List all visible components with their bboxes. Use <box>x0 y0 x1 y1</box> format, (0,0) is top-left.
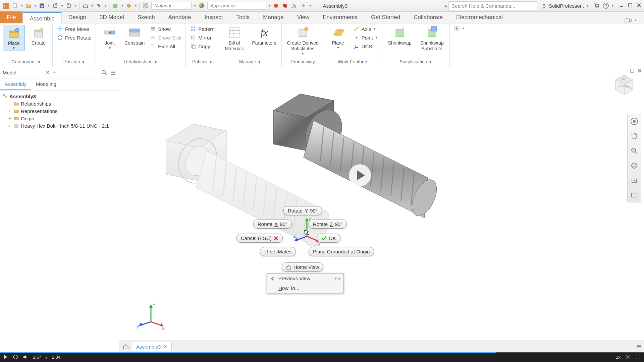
color-picker-icon[interactable] <box>272 2 280 10</box>
home-icon[interactable] <box>82 2 90 10</box>
shrinkwrap-button[interactable]: Shrinkwrap <box>385 25 415 47</box>
place-grounded-button[interactable]: Place Grounded at Origin <box>309 247 374 256</box>
joint-button[interactable]: Joint▼ <box>99 25 121 50</box>
axis-button[interactable]: Axis ▼ <box>352 25 379 33</box>
tab-view[interactable]: View <box>290 11 316 23</box>
tab-sketch[interactable]: Sketch <box>131 11 162 23</box>
tab-get-started[interactable]: Get Started <box>364 11 407 23</box>
playback-speed[interactable]: 1x <box>616 355 621 360</box>
hatch-icon[interactable] <box>142 2 150 10</box>
dropdown-arrow-icon[interactable]: ▼ <box>104 4 107 7</box>
file-tab[interactable]: File <box>0 11 22 23</box>
user-account[interactable]: SolidProfessor..▼ <box>541 3 589 9</box>
tab-design[interactable]: Design <box>62 11 93 23</box>
browser-tab-modeling[interactable]: Modeling <box>31 78 61 90</box>
close-tab-button[interactable]: ✕ <box>163 344 167 349</box>
view-cube[interactable]: FRONT RIGHT TOP <box>609 70 636 97</box>
3d-viewport[interactable]: Y X Z Rotate Y 90° Rotate X 90° Rotate Z… <box>119 67 644 352</box>
free-move-button[interactable]: Free Move <box>55 25 93 33</box>
show-button[interactable]: Show <box>148 25 183 33</box>
tab-tools[interactable]: Tools <box>230 11 257 23</box>
hamburger-icon[interactable] <box>110 70 116 76</box>
color-wheel-icon[interactable] <box>198 2 206 10</box>
new-icon[interactable] <box>11 2 19 10</box>
tree-node-relationships[interactable]: Relationships <box>0 100 119 107</box>
parameters-button[interactable]: fx Parameters <box>250 25 279 47</box>
previous-view-button[interactable]: Previous ViewF5 <box>267 274 343 283</box>
browser-tab-assembly[interactable]: Assembly <box>0 78 31 90</box>
add-browser-tab-button[interactable]: + <box>52 69 56 76</box>
tab-3d-model[interactable]: 3D Model <box>93 11 131 23</box>
ok-button[interactable]: OK <box>317 234 340 243</box>
document-tab[interactable]: Assembly3 ✕ <box>132 342 172 351</box>
fx-icon[interactable]: fx <box>290 2 298 10</box>
dropdown-arrow-icon[interactable]: ▼ <box>634 19 637 22</box>
dropdown-arrow-icon[interactable]: ▼ <box>20 4 23 7</box>
rewind-button[interactable] <box>13 355 18 359</box>
tab-collaborate[interactable]: Collaborate <box>407 11 449 23</box>
tree-node-part[interactable]: + Heavy Hex Bolt - Inch 5/8-11 UNC - 2:1 <box>0 122 119 129</box>
redo-icon[interactable] <box>65 2 73 10</box>
orbit-button[interactable] <box>629 161 639 171</box>
tab-annotate[interactable]: Annotate <box>162 11 198 23</box>
search-icon[interactable] <box>101 70 107 76</box>
undo-icon[interactable] <box>51 2 59 10</box>
ribbon-camera-icon[interactable] <box>625 18 632 23</box>
dropdown-arrow-icon[interactable]: ▼ <box>309 4 312 7</box>
material-combo[interactable]: Material <box>151 2 192 10</box>
close-browser-button[interactable]: ✕ <box>45 69 50 76</box>
tab-inspect[interactable]: Inspect <box>198 11 230 23</box>
how-to-button[interactable]: How To... <box>267 283 343 293</box>
pan-button[interactable] <box>629 131 639 141</box>
tab-assemble[interactable]: Assemble <box>22 12 62 23</box>
zoom-button[interactable] <box>629 146 639 156</box>
cart-icon[interactable] <box>593 2 601 10</box>
select-icon[interactable] <box>95 2 103 10</box>
dropdown-arrow-icon[interactable]: ▼ <box>47 4 50 7</box>
progress-bar[interactable] <box>0 352 496 353</box>
plane-button[interactable]: Plane▼ <box>327 25 349 50</box>
doc-tabs-menu-button[interactable] <box>636 344 642 349</box>
copy-button[interactable]: Copy <box>189 42 216 50</box>
play-button[interactable] <box>349 164 371 186</box>
search-input[interactable]: Search Help & Commands... <box>448 1 537 10</box>
create-button[interactable]: Create <box>28 25 50 47</box>
expand-icon[interactable]: + <box>7 116 12 120</box>
home-tab-button[interactable] <box>121 342 130 351</box>
shrinkwrap-sub-button[interactable]: Shrinkwrap Substitute <box>417 25 447 52</box>
constrain-button[interactable]: Constrain <box>123 25 146 47</box>
bom-button[interactable]: Bill of Materials <box>222 25 247 52</box>
play-pause-button[interactable] <box>3 355 8 359</box>
fullscreen-button[interactable] <box>635 354 641 360</box>
expand-icon[interactable]: + <box>7 109 12 113</box>
full-nav-wheel-button[interactable] <box>629 116 639 126</box>
place-button[interactable]: Place▼ <box>3 25 25 51</box>
material-lib-icon[interactable] <box>111 2 119 10</box>
tree-node-representations[interactable]: + Representations <box>0 107 119 115</box>
dropdown-arrow-icon[interactable]: ▼ <box>91 4 94 7</box>
maximize-button[interactable] <box>628 3 633 8</box>
expand-icon[interactable]: + <box>7 124 12 128</box>
ucs-button[interactable]: UCS <box>352 42 379 50</box>
tab-environments[interactable]: Environments <box>316 11 364 23</box>
viewport-restore-button[interactable] <box>630 68 635 73</box>
appearance-lib-icon[interactable] <box>125 2 133 10</box>
home-view-button[interactable]: Home View <box>282 262 323 272</box>
rotate-y-button[interactable]: Rotate Y 90° <box>283 206 322 215</box>
nav-more-button[interactable] <box>629 190 639 200</box>
dropdown-arrow-icon[interactable]: ▼ <box>74 4 77 7</box>
settings-button[interactable] <box>625 354 631 360</box>
clear-appearance-icon[interactable] <box>281 2 289 10</box>
create-derived-button[interactable]: Create Derived Substitutes▼ <box>284 25 321 56</box>
open-icon[interactable] <box>24 2 33 10</box>
tab-manage[interactable]: Manage <box>256 11 290 23</box>
tab-electromechanical[interactable]: Electromechanical <box>449 11 509 23</box>
dropdown-arrow-icon[interactable]: ▼ <box>611 4 614 7</box>
dropdown-arrow-icon[interactable]: ▼ <box>61 4 64 7</box>
rotate-x-button[interactable]: Rotate X 90° <box>253 220 292 229</box>
hide-all-button[interactable]: Hide All <box>148 42 183 50</box>
pattern-button[interactable]: Pattern <box>189 25 216 33</box>
point-button[interactable]: Point ▼ <box>352 34 379 42</box>
cancel-button[interactable]: Cancel (ESC) <box>236 234 283 243</box>
close-button[interactable] <box>637 3 642 8</box>
